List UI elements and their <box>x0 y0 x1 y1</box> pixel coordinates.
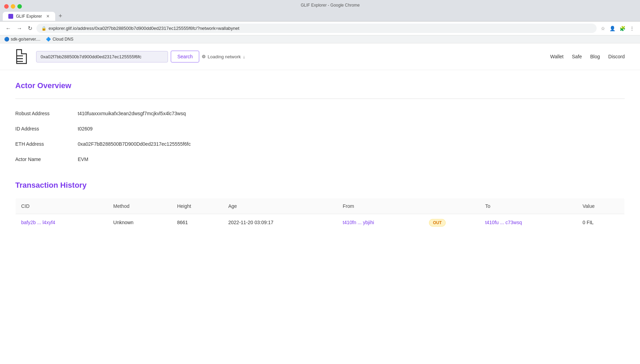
col-cid: CID <box>16 198 108 214</box>
tx-to[interactable]: t410fu ... c73wsq <box>480 214 577 231</box>
new-tab-button[interactable]: + <box>56 11 65 21</box>
tab-close-icon[interactable]: ✕ <box>46 14 50 19</box>
tx-value: 0 FIL <box>577 214 625 231</box>
bookmark-label-2: Cloud DNS <box>52 37 73 42</box>
active-tab[interactable]: GLIF Explorer ✕ <box>3 12 55 21</box>
transaction-history-section: Transaction History CID Method Height Ag… <box>15 181 625 231</box>
actor-info-table: Robust Address t410fuaxxxmuikafx3ean2dws… <box>15 106 625 167</box>
search-input-wrapper <box>36 51 168 62</box>
bookmark-label: sdk-go/server.... <box>11 37 40 42</box>
address-bar[interactable]: 🔒 explorer.glif.io/address/0xa02f7bb2885… <box>36 24 597 33</box>
eth-address-value: 0xa02F7bB288500B7D900Dd0ed2317ec125555f6… <box>78 136 625 152</box>
forward-button[interactable]: → <box>15 24 24 33</box>
cid-link[interactable]: bafy2b ... l4xyf4 <box>21 220 55 225</box>
robust-address-label: Robust Address <box>15 106 78 121</box>
transaction-history-table: CID Method Height Age From To Value bafy… <box>15 198 625 231</box>
col-value: Value <box>577 198 625 214</box>
tab-favicon <box>8 14 13 19</box>
search-button[interactable]: Search <box>171 51 199 62</box>
eth-address-label: ETH Address <box>15 136 78 152</box>
col-direction <box>423 198 480 214</box>
loading-network-text: Loading network <box>208 54 241 59</box>
logo[interactable] <box>15 49 28 64</box>
eth-address-row: ETH Address 0xa02F7bB288500B7D900Dd0ed23… <box>15 136 625 152</box>
tx-direction: OUT <box>423 214 480 231</box>
nav-discord[interactable]: Discord <box>608 54 625 59</box>
actor-name-value: EVM <box>78 152 625 167</box>
url-text: explorer.glif.io/address/0xa02f7bb288500… <box>49 26 592 31</box>
actor-name-label: Actor Name <box>15 152 78 167</box>
col-method: Method <box>108 198 171 214</box>
back-button[interactable]: ← <box>4 24 12 33</box>
loading-network-indicator: Loading network ↓ <box>202 54 245 59</box>
id-address-label: ID Address <box>15 121 78 136</box>
bookmark-button[interactable]: ☆ <box>599 24 607 33</box>
section-divider <box>15 99 625 99</box>
col-height: Height <box>171 198 223 214</box>
browser-title: GLIF Explorer - Google Chrome <box>25 3 636 10</box>
profile-button[interactable]: 👤 <box>608 24 617 33</box>
bookmark-sdk-go[interactable]: 🔵 sdk-go/server.... <box>4 37 40 42</box>
loading-arrow-icon: ↓ <box>243 54 245 59</box>
lock-icon: 🔒 <box>41 26 47 31</box>
transaction-history-title: Transaction History <box>15 181 625 190</box>
out-badge: OUT <box>429 219 445 227</box>
bookmark-icon-2: 🔷 <box>46 37 51 42</box>
window-minimize-button[interactable] <box>11 4 15 9</box>
loading-dot-icon <box>202 55 205 58</box>
table-header-row: CID Method Height Age From To Value <box>16 198 625 214</box>
nav-blog[interactable]: Blog <box>590 54 600 59</box>
col-to: To <box>480 198 577 214</box>
tab-label: GLIF Explorer <box>16 14 42 19</box>
logo-svg <box>15 49 28 64</box>
id-address-value: t02609 <box>78 121 625 136</box>
main-nav: Wallet Safe Blog Discord <box>550 54 625 59</box>
extensions-button[interactable]: 🧩 <box>618 24 627 33</box>
table-row: bafy2b ... l4xyf4 Unknown 8661 2022-11-2… <box>16 214 625 231</box>
bookmark-icon: 🔵 <box>4 37 9 42</box>
reload-button[interactable]: ↻ <box>26 24 34 33</box>
robust-address-value: t410fuaxxxmuikafx3ean2dwsgf7mcjkvl5x4lc7… <box>78 106 625 121</box>
tx-cid[interactable]: bafy2b ... l4xyf4 <box>16 214 108 231</box>
actor-overview-title: Actor Overview <box>15 81 625 90</box>
to-link[interactable]: t410fu ... c73wsq <box>485 220 522 225</box>
search-area: Search Loading network ↓ <box>36 51 542 62</box>
tx-method: Unknown <box>108 214 171 231</box>
search-input[interactable] <box>41 54 159 59</box>
bookmark-cloud-dns[interactable]: 🔷 Cloud DNS <box>46 37 73 42</box>
robust-address-row: Robust Address t410fuaxxxmuikafx3ean2dws… <box>15 106 625 121</box>
window-maximize-button[interactable] <box>17 4 22 9</box>
col-from: From <box>337 198 424 214</box>
nav-safe[interactable]: Safe <box>572 54 582 59</box>
tx-from[interactable]: t410fn ... ybjihi <box>337 214 424 231</box>
nav-wallet[interactable]: Wallet <box>550 54 563 59</box>
id-address-row: ID Address t02609 <box>15 121 625 136</box>
actor-name-row: Actor Name EVM <box>15 152 625 167</box>
menu-button[interactable]: ⋮ <box>628 24 636 33</box>
tx-height: 8661 <box>171 214 223 231</box>
tx-age: 2022-11-20 03:09:17 <box>223 214 337 231</box>
window-close-button[interactable] <box>4 4 9 9</box>
from-link[interactable]: t410fn ... ybjihi <box>343 220 374 225</box>
col-age: Age <box>223 198 337 214</box>
